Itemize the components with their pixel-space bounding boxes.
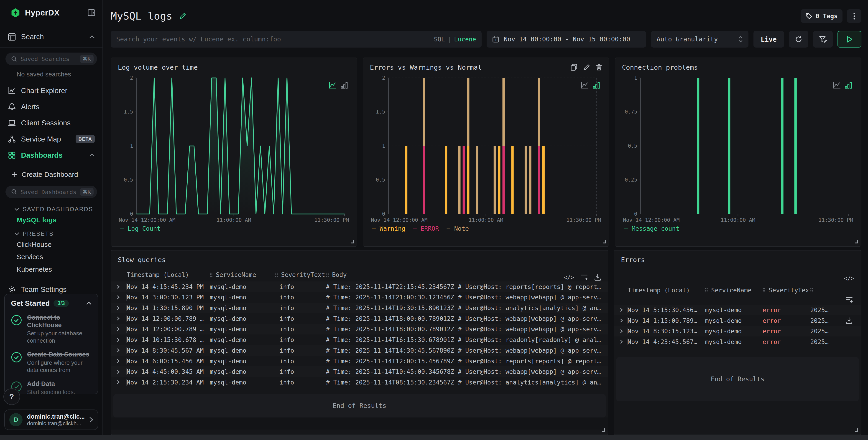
table-row[interactable]: Nov 14 4:23:45.567 AMmysql-demoerror2025… [614,337,861,347]
table-row[interactable]: Nov 14 1:15:00.789 PMmysql-demoerror2025… [614,315,861,326]
chart-card-log-volume[interactable]: Log volume over time 00.511.52Nov 14 12:… [111,58,357,247]
table-row[interactable]: Nov 14 8:30:15.123 AMmysql-demoerror2025… [614,326,861,337]
column-settings-icon[interactable] [580,274,588,280]
expand-row-icon[interactable] [619,329,623,333]
dashboard-menu-button[interactable] [847,9,861,23]
horizontal-scrollbar[interactable] [0,435,868,440]
stacked-bar-chart[interactable]: 00.511.52Nov 14 12:00:00 AM11:00:00 AM11… [370,73,602,224]
column-grip-icon[interactable] [326,272,329,277]
get-started-item[interactable]: Add Data Start sending logs, metrics, or… [11,380,92,394]
filter-button[interactable] [813,31,833,47]
table-row[interactable]: Nov 14 2:15:30.234 AMmysql-demoinfo# Tim… [111,377,608,388]
saved-searches-input[interactable] [21,56,76,62]
expand-row-icon[interactable] [116,380,120,384]
expand-row-icon[interactable] [619,318,623,323]
expand-row-icon[interactable] [116,359,120,363]
language-toggle[interactable]: SQL|Lucene [434,36,476,43]
resize-handle[interactable] [603,240,606,244]
bar-chart-toggle-icon[interactable] [593,82,600,89]
resize-handle[interactable] [602,429,605,432]
chevron-up-icon[interactable] [86,302,92,305]
resize-handle[interactable] [351,240,354,244]
legend-item[interactable]: —Message count [624,225,679,232]
edit-title-button[interactable] [179,12,186,20]
collapse-sidebar-icon[interactable] [87,8,96,17]
sql-option[interactable]: SQL [434,36,445,43]
expand-row-icon[interactable] [116,370,120,374]
legend-item[interactable]: —Note [447,225,469,232]
duplicate-icon[interactable] [570,64,577,71]
col-servicename[interactable]: ServiceName [711,287,751,294]
column-grip-icon[interactable] [210,272,212,277]
get-started-item[interactable]: Create Data Sources Configure where your… [11,350,92,374]
bar-chart-toggle-icon[interactable] [845,82,852,89]
col-severitytext[interactable]: SeverityText [769,287,810,294]
column-grip-icon[interactable] [763,288,765,293]
table-row[interactable]: Nov 14 1:30:15.890 PMmysql-demoinfo# Tim… [111,303,608,313]
line-chart-toggle-icon[interactable] [329,81,337,89]
column-grip-icon[interactable] [810,288,813,293]
column-settings-icon[interactable] [845,297,853,303]
saved-dashboards-search[interactable]: ⌘K [5,185,97,198]
event-search[interactable]: SQL|Lucene [111,31,482,47]
col-severitytext[interactable]: SeverityText [281,271,325,278]
refresh-button[interactable] [789,31,808,47]
table-row[interactable]: Nov 14 8:30:45.567 AMmysql-demoinfo# Tim… [111,345,608,356]
table-row[interactable]: Nov 14 4:15:45.234 PMmysql-demoinfo# Tim… [111,281,608,292]
code-view-icon[interactable]: </> [844,275,854,282]
get-started-item[interactable]: Connect to ClickHouse Set up your databa… [11,314,92,345]
table-row[interactable]: Nov 14 4:45:00.345 AMmysql-demoinfo# Tim… [111,366,608,377]
sidebar-item-search[interactable]: Search [0,29,102,45]
resize-handle[interactable] [855,240,858,244]
col-servicename[interactable]: ServiceName [216,271,256,278]
download-icon[interactable] [845,317,853,324]
sidebar-preset-clickhouse[interactable]: ClickHouse [0,238,102,250]
help-button[interactable]: ? [3,388,20,405]
lucene-option[interactable]: Lucene [454,36,476,43]
table-row[interactable]: Nov 14 10:15:30.678 AMmysql-demoinfo# Ti… [111,334,608,345]
saved-dashboards-input[interactable] [21,189,76,196]
table-row[interactable]: Nov 14 6:00:15.456 AMmysql-demoinfo# Tim… [111,356,608,367]
event-search-input[interactable] [116,35,430,43]
expand-row-icon[interactable] [116,327,120,331]
col-timestamp[interactable]: Timestamp (Local) [627,287,690,294]
line-chart-toggle-icon[interactable] [581,81,589,89]
table-row[interactable]: Nov 14 3:00:30.123 PMmysql-demoinfo# Tim… [111,292,608,303]
live-button[interactable]: Live [753,31,784,47]
sidebar-item-service-map[interactable]: Service Map BETA [0,131,102,147]
chart-card-connection-problems[interactable]: Connection problems 00.250.50.751Nov 14 … [615,58,861,247]
bar-chart[interactable]: 00.250.50.751Nov 14 12:00:00 AM11:00:00 … [622,73,854,224]
expand-row-icon[interactable] [116,295,120,299]
expand-row-icon[interactable] [116,338,120,342]
legend-item[interactable]: —Log Count [120,225,160,232]
sidebar-item-client-sessions[interactable]: Client Sessions [0,115,102,131]
saved-dashboards-section[interactable]: SAVED DASHBOARDS [0,202,102,214]
sidebar-item-alerts[interactable]: Alerts [0,99,102,115]
col-timestamp[interactable]: Timestamp (Local) [127,271,189,278]
table-row[interactable]: Nov 14 12:00:00.789 PMmysql-demoinfo# Ti… [111,313,608,324]
expand-row-icon[interactable] [116,317,120,320]
table-row[interactable]: Nov 14 5:15:30.456 PMmysql-demoerror2025… [614,305,861,315]
expand-row-icon[interactable] [116,348,120,352]
sidebar-dashboard-mysql-logs[interactable]: MySQL logs [0,214,102,226]
sidebar-item-chart-explorer[interactable]: Chart Explorer [0,82,102,99]
user-profile[interactable]: D dominic.tran@clic... dominic.tran@clic… [4,409,98,430]
presets-section[interactable]: PRESETS [0,226,102,238]
delete-chart-icon[interactable] [596,64,602,71]
sidebar-preset-kubernetes[interactable]: Kubernetes [0,263,102,275]
time-range-input[interactable] [504,35,641,43]
expand-row-icon[interactable] [619,308,623,312]
column-grip-icon[interactable] [705,288,708,293]
download-icon[interactable] [594,274,601,281]
create-dashboard-button[interactable]: Create Dashboard [0,166,102,181]
granularity-select[interactable]: Auto Granularity [651,31,748,47]
expand-row-icon[interactable] [116,285,120,289]
resize-handle[interactable] [855,429,858,432]
column-grip-icon[interactable] [275,272,278,277]
bar-chart-toggle-icon[interactable] [341,82,348,89]
edit-chart-icon[interactable] [583,64,590,71]
time-range-picker[interactable]: 1 [487,31,646,47]
expand-row-icon[interactable] [619,340,623,344]
line-chart-toggle-icon[interactable] [833,81,841,89]
sidebar-preset-services[interactable]: Services [0,251,102,263]
